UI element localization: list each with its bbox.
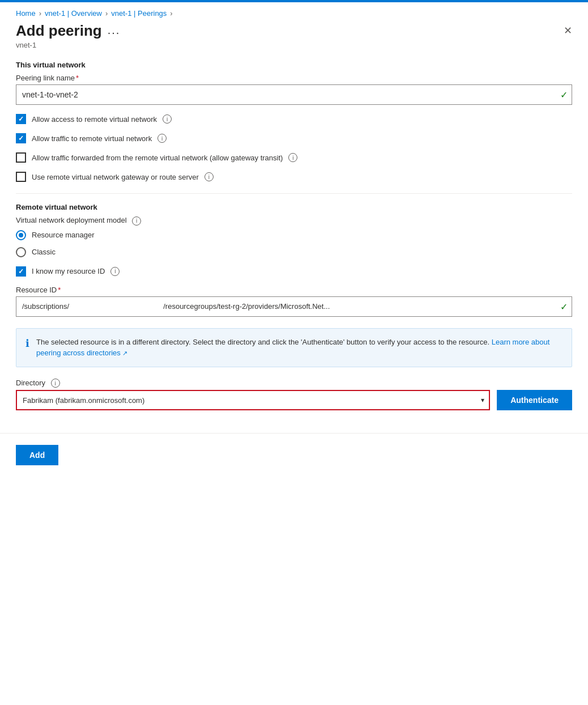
use-gateway-label: Use remote virtual network gateway or ro… xyxy=(32,173,199,181)
header-row: Add peering ··· ✕ xyxy=(0,22,588,40)
breadcrumb-vnet-peerings[interactable]: vnet-1 | Peerings xyxy=(111,9,167,18)
allow-access-row: ✓ Allow access to remote virtual network… xyxy=(16,114,572,124)
resource-manager-label: Resource manager xyxy=(32,231,95,239)
info-banner-text: The selected resource is in a different … xyxy=(36,337,563,359)
classic-radio-row: Classic xyxy=(16,247,572,257)
breadcrumb-sep-3: › xyxy=(170,9,172,18)
remote-vnet-section-label: Remote virtual network xyxy=(16,203,572,211)
peering-link-name-valid-icon: ✓ xyxy=(560,90,568,100)
add-button[interactable]: Add xyxy=(16,445,58,465)
close-button[interactable]: ✕ xyxy=(564,24,572,37)
info-banner-icon: ℹ xyxy=(25,337,29,350)
know-resource-id-checkbox[interactable]: ✓ xyxy=(16,266,26,277)
allow-traffic-label: Allow traffic to remote virtual network xyxy=(32,134,152,143)
breadcrumb: Home › vnet-1 | Overview › vnet-1 | Peer… xyxy=(0,2,588,22)
allow-traffic-checkmark: ✓ xyxy=(18,134,24,142)
use-gateway-row: Use remote virtual network gateway or ro… xyxy=(16,172,572,182)
allow-traffic-info-icon[interactable]: i xyxy=(157,134,167,143)
more-options-button[interactable]: ··· xyxy=(108,27,121,38)
classic-radio[interactable] xyxy=(16,247,26,257)
use-gateway-checkbox[interactable] xyxy=(16,172,26,182)
resource-id-valid-icon: ✓ xyxy=(560,301,568,312)
page-title: Add peering xyxy=(16,22,102,40)
allow-forwarded-checkbox[interactable] xyxy=(16,152,26,163)
know-resource-id-label: I know my resource ID xyxy=(32,267,105,275)
section-divider xyxy=(16,193,572,194)
directory-select[interactable]: Fabrikam (fabrikam.onmicrosoft.com) xyxy=(16,390,490,410)
use-gateway-info-icon[interactable]: i xyxy=(204,172,214,181)
authenticate-button[interactable]: Authenticate xyxy=(497,390,572,410)
breadcrumb-sep-2: › xyxy=(105,9,108,18)
resource-id-label: Resource ID* xyxy=(16,286,572,294)
breadcrumb-sep-1: › xyxy=(39,9,41,18)
resource-manager-radio[interactable] xyxy=(16,230,26,240)
resource-id-input[interactable] xyxy=(16,296,572,317)
peering-link-name-wrapper: ✓ xyxy=(16,84,572,105)
allow-access-checkbox[interactable]: ✓ xyxy=(16,114,26,124)
directory-label: Directory i xyxy=(16,379,572,388)
main-content: This virtual network Peering link name* … xyxy=(0,61,588,410)
deployment-model-info-icon[interactable]: i xyxy=(132,216,141,226)
external-link-icon: ↗ xyxy=(122,350,127,356)
peering-link-name-input[interactable] xyxy=(16,84,572,105)
title-area: Add peering ··· xyxy=(16,22,120,40)
directory-info-icon[interactable]: i xyxy=(51,379,60,388)
resource-manager-radio-row: Resource manager xyxy=(16,230,572,240)
directory-row: Fabrikam (fabrikam.onmicrosoft.com) ▾ Au… xyxy=(16,390,572,410)
info-banner: ℹ The selected resource is in a differen… xyxy=(16,328,572,367)
allow-access-checkmark: ✓ xyxy=(18,115,24,123)
page-subtitle: vnet-1 xyxy=(0,40,588,61)
allow-traffic-row: ✓ Allow traffic to remote virtual networ… xyxy=(16,133,572,143)
breadcrumb-vnet-overview[interactable]: vnet-1 | Overview xyxy=(45,9,102,18)
classic-label: Classic xyxy=(32,248,56,256)
know-resource-id-checkmark: ✓ xyxy=(18,267,24,275)
allow-access-label: Allow access to remote virtual network xyxy=(32,115,157,124)
allow-forwarded-label: Allow traffic forwarded from the remote … xyxy=(32,154,283,162)
directory-select-wrapper: Fabrikam (fabrikam.onmicrosoft.com) ▾ xyxy=(16,390,490,410)
know-resource-id-row: ✓ I know my resource ID i xyxy=(16,266,572,277)
this-vnet-section-label: This virtual network xyxy=(16,61,572,69)
resource-id-wrapper: ✓ xyxy=(16,296,572,317)
deployment-model-label: Virtual network deployment model i xyxy=(16,216,572,226)
know-resource-id-info-icon[interactable]: i xyxy=(110,267,120,276)
allow-forwarded-info-icon[interactable]: i xyxy=(288,153,297,162)
allow-forwarded-row: Allow traffic forwarded from the remote … xyxy=(16,152,572,163)
allow-traffic-checkbox[interactable]: ✓ xyxy=(16,133,26,143)
peering-link-name-label: Peering link name* xyxy=(16,74,572,82)
bottom-bar: Add xyxy=(0,433,588,477)
breadcrumb-home[interactable]: Home xyxy=(16,9,36,18)
allow-access-info-icon[interactable]: i xyxy=(163,114,172,124)
